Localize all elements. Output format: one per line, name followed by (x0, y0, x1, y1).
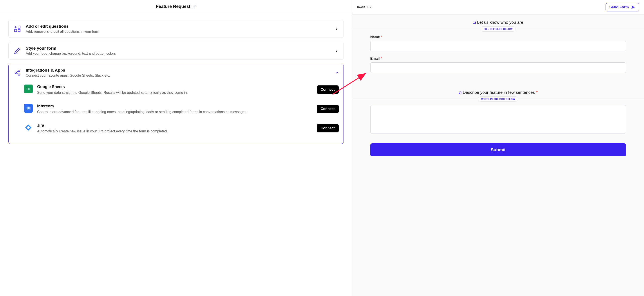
svg-point-7 (15, 72, 17, 74)
svg-rect-14 (27, 88, 27, 90)
pencil-style-icon (14, 47, 21, 55)
card-title: Style your form (26, 46, 330, 51)
share-icon (14, 69, 21, 77)
page-label: PAGE 1 (357, 6, 368, 9)
jira-icon (24, 123, 33, 132)
svg-rect-2 (18, 26, 20, 28)
form-section-2: 2) Describe your feature in few sentence… (352, 85, 644, 163)
submit-button[interactable]: Submit (370, 144, 626, 156)
svg-rect-15 (28, 88, 28, 90)
section-title: Let us know who you are (477, 20, 523, 24)
integration-title: Google Sheets (37, 84, 312, 89)
svg-rect-16 (30, 88, 30, 90)
chevron-down-icon[interactable] (335, 71, 339, 75)
field-label-email: Email * (370, 57, 626, 60)
card-title: Integrations & Apps (26, 68, 330, 73)
section-badge: FILL IN FIELDS BELOW (480, 26, 516, 32)
svg-point-6 (18, 70, 20, 72)
chevron-right-icon (335, 27, 339, 31)
section-badge: WRITE IN THE BOX BELOW (478, 96, 518, 102)
chevron-down-icon (370, 6, 372, 8)
integration-desc: Control more advanced features like: add… (37, 109, 312, 114)
integration-jira: Jira Automatically create new issue in y… (14, 120, 339, 140)
connect-button[interactable]: Connect (317, 105, 339, 113)
form-title: Feature Request (156, 4, 190, 9)
section-number: 2) (458, 91, 462, 94)
name-input[interactable] (370, 41, 626, 52)
card-style-form[interactable]: Style your form Add your logo, change ba… (8, 42, 344, 60)
send-form-button[interactable]: Send Form (606, 3, 639, 12)
send-form-label: Send Form (609, 5, 629, 10)
integration-intercom: Intercom Control more advanced features … (14, 101, 339, 120)
feature-description-textarea[interactable] (370, 105, 626, 134)
section-title: Describe your feature in few sentences (463, 90, 535, 95)
section-number: 1) (473, 21, 476, 24)
page-selector[interactable]: PAGE 1 (357, 6, 372, 9)
card-add-questions[interactable]: Add or edit questions Add, remove and ed… (8, 20, 344, 38)
send-icon (631, 5, 636, 10)
left-header: Feature Request (0, 0, 352, 13)
integration-google-sheets: Google Sheets Send your data straight to… (14, 82, 339, 101)
svg-line-10 (16, 73, 18, 74)
card-subtitle: Add, remove and edit all questions in yo… (26, 30, 330, 34)
card-title: Add or edit questions (26, 24, 330, 29)
email-input[interactable] (370, 62, 626, 73)
svg-line-9 (16, 71, 18, 72)
grid-plus-icon (14, 25, 21, 33)
connect-button[interactable]: Connect (317, 86, 339, 94)
integration-desc: Automatically create new issue in your J… (37, 129, 312, 134)
field-label-name: Name * (370, 35, 626, 39)
integration-title: Jira (37, 123, 312, 128)
card-integrations[interactable]: Integrations & Apps Connect your favorit… (8, 64, 344, 144)
svg-point-8 (18, 74, 20, 76)
chevron-right-icon (335, 49, 339, 53)
integration-title: Intercom (37, 104, 312, 108)
card-subtitle: Add your logo, change background, text a… (26, 52, 330, 56)
form-section-1: 1) Let us know who you are FILL IN FIELD… (352, 15, 644, 85)
intercom-icon (24, 104, 33, 113)
integration-desc: Send your data straight to Google Sheets… (37, 90, 312, 95)
svg-rect-4 (18, 30, 20, 32)
card-subtitle: Connect your favorite apps: Google Sheet… (26, 74, 330, 78)
connect-button[interactable]: Connect (317, 124, 339, 132)
google-sheets-icon (24, 84, 33, 93)
svg-rect-3 (14, 30, 17, 32)
edit-title-icon[interactable] (193, 5, 196, 8)
